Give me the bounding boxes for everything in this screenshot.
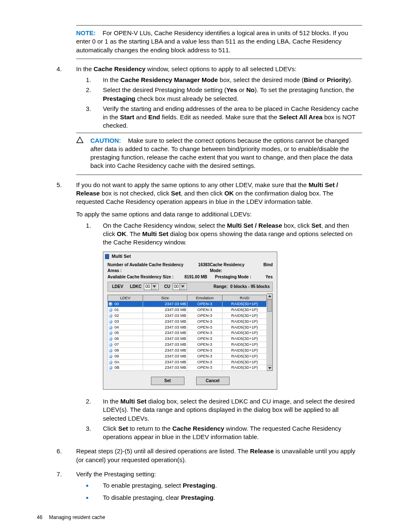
- ldkc-select[interactable]: 00: [144, 283, 158, 290]
- t: ). To set the prestaging function, the: [255, 86, 354, 93]
- step5-sublist: On the Cache Residency window, select th…: [76, 221, 362, 442]
- table-row[interactable]: 052347.03 MBOPEN-3RAID5(3D+1P): [108, 330, 267, 336]
- table-row[interactable]: 082347.03 MBOPEN-3RAID5(3D+1P): [108, 347, 267, 353]
- step-5: If you do not want to apply the same opt…: [64, 181, 362, 442]
- scroll-thumb[interactable]: [267, 299, 272, 312]
- cancel-button[interactable]: Cancel: [196, 377, 230, 385]
- bullet-disable: To disable prestaging, clear Prestaging.: [93, 493, 362, 502]
- step-6: Repeat steps (2)-(5) until all desired o…: [64, 447, 362, 464]
- window-titlebar: Multi Set: [103, 252, 277, 260]
- col-size[interactable]: Size: [143, 295, 187, 301]
- caution-text: Make sure to select the correct options …: [90, 137, 353, 170]
- set-button[interactable]: Set: [151, 377, 184, 385]
- note-box: NOTE: For OPEN-V LUs, Cache Residency id…: [76, 25, 362, 59]
- step4-2: Select the desired Prestaging Mode setti…: [93, 86, 362, 103]
- t: Yes: [226, 86, 237, 93]
- size-label: Available Cache Residency Size :: [107, 274, 174, 280]
- set-button-label: Set: [164, 378, 171, 384]
- ldkc-label: LDKC: [130, 284, 142, 290]
- t: Multi Set / Release: [227, 222, 282, 229]
- cu-select[interactable]: 00: [173, 283, 187, 290]
- ldev-icon: [109, 326, 113, 329]
- range-value: 0 blocks - 95 blocks: [230, 284, 270, 290]
- table-row[interactable]: 022347.03 MBOPEN-3RAID5(3D+1P): [108, 313, 267, 319]
- t: In the: [76, 65, 94, 72]
- chevron-down-icon[interactable]: [179, 284, 186, 290]
- window-title: Multi Set: [112, 253, 131, 260]
- t: Prestaging: [103, 95, 136, 102]
- caution-icon: [76, 136, 90, 146]
- areas-value: 16383: [198, 262, 210, 273]
- ldev-icon: [109, 302, 113, 306]
- table-row[interactable]: 032347.03 MBOPEN-3RAID5(3D+1P): [108, 319, 267, 324]
- t: window, select options to apply to all s…: [146, 65, 297, 72]
- step-7: Verify the Prestaging setting: To enable…: [64, 470, 362, 502]
- size-value: 8191.00 MB: [184, 274, 207, 280]
- t: Set: [312, 222, 321, 229]
- cu-label: CU: [164, 284, 170, 290]
- ldev-icon: [109, 360, 113, 364]
- t: Multi Set: [120, 398, 147, 405]
- t: OK: [117, 230, 126, 237]
- col-emu[interactable]: Emulation: [187, 295, 223, 301]
- table-row[interactable]: 092347.03 MBOPEN-3RAID5(3D+1P): [108, 353, 267, 359]
- table-row[interactable]: 002347.03 MBOPEN-3RAID5(3D+1P): [108, 301, 267, 307]
- t: Priority: [327, 76, 349, 83]
- t: or: [237, 86, 246, 93]
- ldkc-value: 00: [145, 284, 150, 290]
- ldev-icon: [109, 337, 113, 341]
- t: box is not checked, click: [100, 190, 171, 197]
- note-label: NOTE:: [76, 29, 96, 36]
- scroll-up-icon[interactable]: [267, 294, 272, 299]
- t: Select the desired Prestaging Mode setti…: [103, 86, 226, 93]
- t: Cache Residency: [94, 65, 146, 72]
- table-row[interactable]: 0A2347.03 MBOPEN-3RAID5(3D+1P): [108, 359, 267, 365]
- t: and: [134, 113, 148, 121]
- footer-title: Managing resident cache: [49, 514, 105, 520]
- table-row[interactable]: 0B2347.03 MBOPEN-3RAID5(3D+1P): [108, 365, 267, 371]
- ldev-icon: [109, 308, 113, 312]
- cu-value: 00: [174, 284, 179, 290]
- range-label: Range:: [214, 284, 228, 290]
- step4-sublist: In the Cache Residency Manager Mode box,…: [76, 76, 362, 130]
- step7-bullets: To enable prestaging, select Prestaging.…: [76, 481, 362, 502]
- scroll-track[interactable]: [267, 312, 272, 365]
- ldev-icon: [109, 343, 113, 347]
- ldev-table[interactable]: LDEV Size Emulation RAID 002347.03 MBOPE…: [107, 295, 267, 371]
- t: Bind: [304, 76, 317, 83]
- t: Set: [171, 190, 181, 197]
- caution-box: CAUTION: Make sure to select the correct…: [76, 133, 362, 175]
- t: OK: [224, 190, 234, 197]
- step4-1: In the Cache Residency Manager Mode box,…: [93, 76, 362, 84]
- t: Prestaging: [181, 494, 214, 501]
- t: Cache Residency Manager Mode: [120, 76, 218, 83]
- areas-label: Number of Available Cache Residency Area…: [107, 262, 190, 273]
- t: No: [246, 86, 255, 93]
- step4-3: Verify the starting and ending addresses…: [93, 105, 362, 130]
- scroll-down-icon[interactable]: [267, 365, 272, 370]
- t: Cache Residency: [172, 425, 224, 432]
- t: .: [213, 494, 215, 501]
- mode-value: Bind: [263, 262, 273, 273]
- table-row[interactable]: 012347.03 MBOPEN-3RAID5(3D+1P): [108, 307, 267, 313]
- col-raid[interactable]: RAID: [222, 295, 267, 301]
- table-row[interactable]: 062347.03 MBOPEN-3RAID5(3D+1P): [108, 336, 267, 342]
- table-scrollbar[interactable]: [267, 293, 273, 371]
- table-row[interactable]: 072347.03 MBOPEN-3RAID5(3D+1P): [108, 342, 267, 348]
- prestage-value: Yes: [266, 274, 273, 280]
- col-ldev[interactable]: LDEV: [108, 295, 143, 301]
- t: Select All Area: [279, 113, 322, 121]
- t: Repeat steps (2)-(5) until all desired o…: [76, 447, 250, 455]
- t: Release: [250, 447, 274, 455]
- step-4: In the Cache Residency window, select op…: [64, 65, 362, 175]
- table-header-row: LDEV Size Emulation RAID: [108, 295, 267, 301]
- ldev-icon: [109, 320, 113, 324]
- table-row[interactable]: 042347.03 MBOPEN-3RAID5(3D+1P): [108, 324, 267, 330]
- t: or: [318, 76, 327, 83]
- t: Set: [118, 425, 128, 432]
- t: check box must already be selected.: [136, 95, 239, 102]
- step5-3: Click Set to return to the Cache Residen…: [93, 424, 362, 442]
- t: box, select the desired mode (: [218, 76, 304, 83]
- chevron-down-icon[interactable]: [151, 284, 157, 290]
- step5-p2: To apply the same options and data range…: [76, 210, 362, 218]
